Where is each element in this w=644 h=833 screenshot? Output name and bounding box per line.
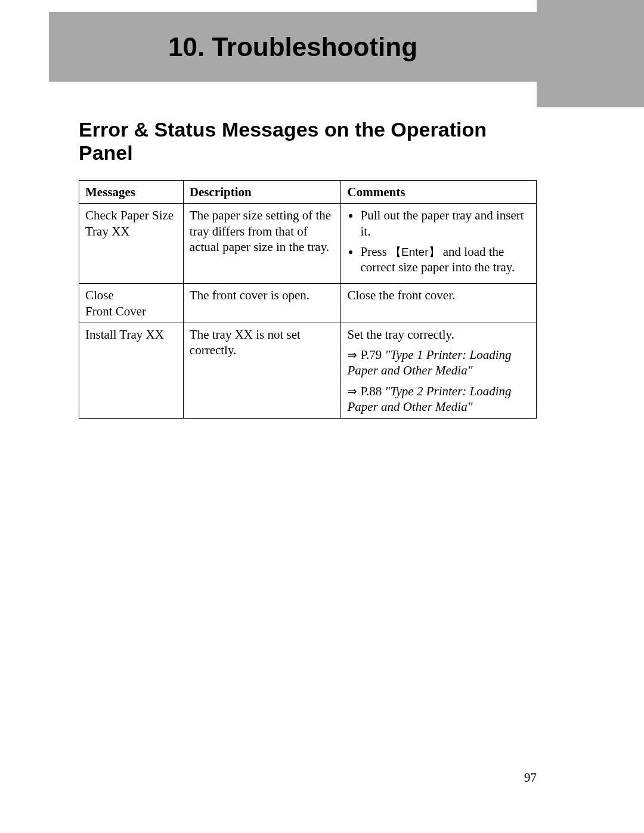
chapter-number: 10. xyxy=(168,32,205,61)
table-row: Close Front Cover The front cover is ope… xyxy=(79,284,537,323)
text-fragment: Press xyxy=(360,244,390,259)
chapter-title: 10. Troubleshooting xyxy=(168,32,417,62)
ref-page: P.88 xyxy=(361,384,382,398)
cross-reference: ⇒ P.79 "Type 1 Printer: Loading Paper an… xyxy=(347,347,530,379)
cell-message: Close Front Cover xyxy=(79,284,184,323)
cell-message: Install Tray XX xyxy=(79,323,184,418)
chapter-name: Troubleshooting xyxy=(212,32,417,61)
header-comments: Comments xyxy=(341,181,537,204)
list-item: Press Enter and load the correct size pa… xyxy=(360,244,530,275)
table-row: Install Tray XX The tray XX is not set c… xyxy=(79,323,537,418)
chapter-header-banner: 10. Troubleshooting xyxy=(49,12,537,82)
list-item: Pull out the paper tray and insert it. xyxy=(360,208,530,239)
comments-list: Pull out the paper tray and insert it. P… xyxy=(347,208,530,275)
enter-key-label: Enter xyxy=(390,246,439,258)
message-line1: Close xyxy=(85,287,177,303)
content-area: Error & Status Messages on the Operation… xyxy=(79,101,537,419)
messages-table: Messages Description Comments Check Pape… xyxy=(79,180,537,419)
section-title: Error & Status Messages on the Operation… xyxy=(79,118,537,165)
cell-comments: Pull out the paper tray and insert it. P… xyxy=(341,204,537,284)
arrow-icon: ⇒ xyxy=(347,385,357,398)
cross-reference: ⇒ P.88 "Type 2 Printer: Loading Paper an… xyxy=(347,383,530,415)
cell-description: The paper size setting of the tray diffe… xyxy=(183,204,341,284)
arrow-icon: ⇒ xyxy=(347,348,357,361)
cell-description: The front cover is open. xyxy=(183,284,341,323)
page-number: 97 xyxy=(0,770,537,785)
cell-description: The tray XX is not set correctly. xyxy=(183,323,341,418)
header-description: Description xyxy=(183,181,341,204)
table-row: Check Paper Size Tray XX The paper size … xyxy=(79,204,537,284)
message-line2: Front Cover xyxy=(85,304,177,319)
header-messages: Messages xyxy=(79,181,184,204)
cell-comments: Close the front cover. xyxy=(341,284,537,323)
message-line1: Check Paper Size xyxy=(85,208,177,223)
cell-comments: Set the tray correctly. ⇒ P.79 "Type 1 P… xyxy=(341,323,537,418)
ref-page: P.79 xyxy=(361,348,382,362)
page: 10. Troubleshooting Error & Status Messa… xyxy=(0,0,644,833)
chapter-tab-block xyxy=(537,0,644,107)
comment-line: Set the tray correctly. xyxy=(347,327,530,342)
table-header-row: Messages Description Comments xyxy=(79,181,537,204)
cell-message: Check Paper Size Tray XX xyxy=(79,204,184,284)
message-line2: Tray XX xyxy=(85,224,177,239)
